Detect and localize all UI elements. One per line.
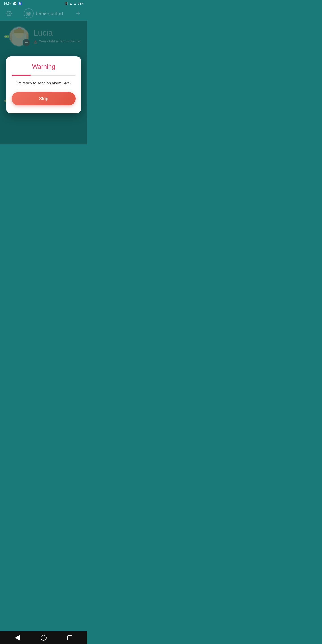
modal-title: Warning [12,63,76,70]
svg-point-0 [8,13,10,14]
status-left: 16:54 🖼 ♿ [4,2,22,5]
battery-percent: 85% [78,2,84,5]
main-content: 🔋 − L [0,20,87,144]
stop-button[interactable]: Stop [12,92,76,105]
modal-message: I'm ready to send an alarm SMS [12,80,76,86]
warning-modal: Warning I'm ready to send an alarm SMS S… [6,56,81,113]
status-bar: 16:54 🖼 ♿ 📳 ▲ ▲ 85% [0,0,87,6]
status-time: 16:54 [4,2,12,5]
add-button[interactable] [74,9,83,18]
svg-point-4 [27,12,28,14]
app-bar: bébé·confort [0,6,87,20]
settings-button[interactable] [4,9,14,18]
progress-bar [12,75,76,76]
wifi-icon: ▲ [69,2,72,5]
app-logo: bébé·confort [24,8,63,18]
status-right: 📳 ▲ ▲ 85% [64,2,84,5]
svg-point-3 [29,12,31,14]
app-name: bébé·confort [36,11,63,16]
signal-icon: ▲ [74,2,76,5]
progress-fill [12,75,31,76]
gallery-icon: 🖼 [13,2,16,5]
logo-elephant-icon [24,8,34,18]
accessibility-icon: ♿ [18,2,22,5]
vibrate-icon: 📳 [64,2,68,5]
